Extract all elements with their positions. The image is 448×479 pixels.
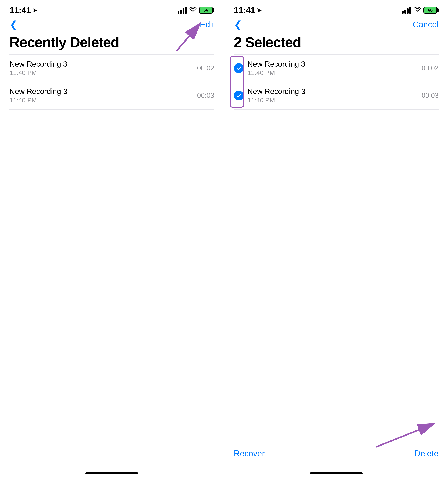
status-icons-left: 66 [178,7,214,14]
home-bar-left [85,472,138,474]
wifi-icon-right [414,7,421,14]
cancel-button[interactable]: Cancel [413,20,439,29]
back-button-right[interactable]: ❮ [234,19,242,30]
rec-duration-1-left: 00:02 [197,64,214,72]
edit-button[interactable]: Edit [200,20,214,29]
status-bar-left: 11:41 ➤ 66 [0,0,224,17]
battery-label-right: 66 [423,7,437,13]
home-indicator-right [224,468,448,479]
home-indicator-left [0,468,224,479]
status-bar-right: 11:41 ➤ 66 [224,0,448,17]
bottom-bar-right: Recover Delete [224,445,448,468]
status-time-left: 11:41 [9,5,31,15]
battery-label-left: 66 [199,7,213,13]
rec-name-1-left: New Recording 3 [9,60,67,68]
recording-item-2-left[interactable]: New Recording 3 11:40 PM 00:03 [0,82,224,109]
checkbox-1[interactable] [234,63,244,73]
rec-name-2-left: New Recording 3 [9,87,67,96]
rec-time-2-right: 11:40 PM [248,97,305,104]
rec-duration-1-right: 00:02 [422,64,439,72]
rec-time-1-right: 11:40 PM [248,69,305,76]
recording-item-1-left[interactable]: New Recording 3 11:40 PM 00:02 [0,55,224,82]
signal-icon-left [178,7,187,13]
selected-items-container: New Recording 3 11:40 PM 00:02 New Recor… [224,55,448,109]
checkbox-2[interactable] [234,91,244,100]
battery-right: 66 [423,7,439,13]
content-spacer-left [0,110,224,468]
wifi-icon-left [189,7,197,14]
location-icon-right: ➤ [257,7,262,14]
recording-item-1-right[interactable]: New Recording 3 11:40 PM 00:02 [224,55,448,82]
home-bar-right [310,472,363,474]
page-title-left: Recently Deleted [0,32,224,54]
recording-item-2-right[interactable]: New Recording 3 11:40 PM 00:03 [224,82,448,109]
content-spacer-right [224,110,448,445]
nav-bar-right: ❮ Cancel [224,17,448,32]
right-panel: 11:41 ➤ 66 ❮ Cancel 2 Select [224,0,448,479]
left-panel: 11:41 ➤ 66 ❮ Edit Recently D [0,0,224,479]
battery-left: 66 [199,7,214,13]
page-title-right: 2 Selected [224,32,448,54]
delete-button[interactable]: Delete [415,449,439,458]
rec-duration-2-left: 00:03 [197,92,214,100]
status-icons-right: 66 [402,7,439,14]
nav-bar-left: ❮ Edit [0,17,224,32]
rec-time-1-left: 11:40 PM [9,69,67,76]
rec-duration-2-right: 00:03 [422,92,439,100]
rec-name-1-right: New Recording 3 [248,60,305,68]
back-button-left[interactable]: ❮ [9,19,18,30]
recover-button[interactable]: Recover [234,449,265,458]
location-icon-left: ➤ [32,7,38,14]
status-time-right: 11:41 [234,5,255,15]
rec-time-2-left: 11:40 PM [9,97,67,104]
rec-name-2-right: New Recording 3 [248,87,305,96]
signal-icon-right [402,7,411,13]
